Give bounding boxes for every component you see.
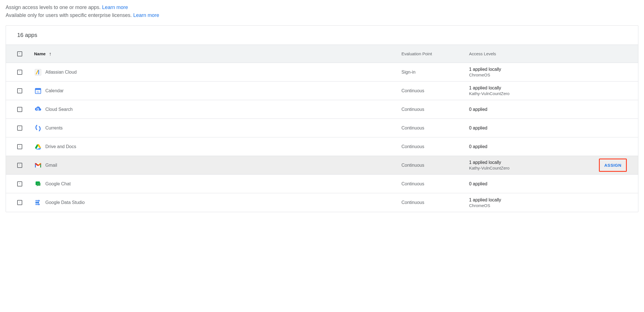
column-header-name[interactable]: Name ↑ [34,51,401,56]
evaluation-point: Continuous [401,181,469,186]
access-primary: 1 applied locally [469,85,593,91]
app-name: Gmail [45,163,57,168]
access-levels: 0 applied [469,107,593,112]
table-row[interactable]: Gmail Continuous 1 applied locally Kathy… [6,156,638,175]
row-checkbox[interactable] [17,70,22,75]
app-name: Atlassian Cloud [45,70,77,75]
svg-point-22 [35,204,37,205]
access-levels: 0 applied [469,126,593,131]
access-primary: 0 applied [469,181,593,186]
access-primary: 0 applied [469,144,593,149]
access-levels: 1 applied locally ChromeOS [469,197,593,208]
app-name: Drive and Docs [45,144,76,149]
card-title: 16 apps [6,26,638,45]
access-secondary: ChromeOS [469,203,593,208]
access-levels: 1 applied locally Kathy-VulnCountZero [469,85,593,96]
select-all-checkbox[interactable] [17,51,22,56]
app-name: Calendar [45,88,64,93]
app-name: Currents [45,126,63,131]
access-secondary: Kathy-VulnCountZero [469,91,593,96]
gmail-icon [34,161,42,169]
table-row[interactable]: Currents Continuous 0 applied [6,119,638,137]
access-levels: 1 applied locally Kathy-VulnCountZero [469,160,593,170]
atlassian-icon [34,68,42,76]
access-primary: 1 applied locally [469,67,593,72]
row-checkbox[interactable] [17,200,22,205]
assign-highlight: ASSIGN [599,159,627,172]
access-levels: 0 applied [469,144,593,149]
drive-icon [34,143,42,151]
table-row[interactable]: 31 Calendar Continuous 1 applied locally… [6,82,638,100]
column-header-evaluation[interactable]: Evaluation Point [401,51,469,56]
page: Assign access levels to one or more apps… [0,0,644,218]
datastudio-icon [34,199,42,206]
evaluation-point: Continuous [401,163,469,168]
learn-more-link-2[interactable]: Learn more [133,12,159,18]
intro-text: Assign access levels to one or more apps… [6,3,638,19]
app-name: Google Data Studio [45,200,85,205]
chat-icon [34,180,42,188]
svg-point-20 [35,202,37,203]
svg-point-18 [35,200,37,201]
assign-button[interactable]: ASSIGN [600,161,625,170]
currents-icon [34,124,42,132]
app-name: Cloud Search [45,107,73,112]
access-primary: 1 applied locally [469,160,593,165]
svg-marker-8 [36,148,41,149]
table-row[interactable]: Drive and Docs Continuous 0 applied [6,137,638,156]
row-checkbox[interactable] [17,126,22,131]
intro-line1: Assign access levels to one or more apps… [6,5,102,10]
row-checkbox[interactable] [17,144,22,149]
evaluation-point: Sign-in [401,70,469,75]
evaluation-point: Continuous [401,200,469,205]
evaluation-point: Continuous [401,88,469,93]
calendar-icon: 31 [34,87,42,95]
learn-more-link-1[interactable]: Learn more [102,5,128,10]
table-body: Atlassian Cloud Sign-in 1 applied locall… [6,63,638,212]
svg-rect-23 [37,204,40,205]
table-row[interactable]: Cloud Search Continuous 0 applied [6,100,638,119]
access-primary: 0 applied [469,126,593,131]
apps-card: 16 apps Name ↑ Evaluation Point Access L… [6,25,638,212]
svg-rect-2 [35,88,41,90]
row-checkbox[interactable] [17,88,22,93]
svg-rect-19 [37,200,40,201]
evaluation-point: Continuous [401,107,469,112]
access-primary: 1 applied locally [469,197,593,203]
svg-text:31: 31 [37,90,40,93]
column-header-access[interactable]: Access Levels [469,51,593,56]
access-secondary: Kathy-VulnCountZero [469,166,593,170]
table-header: Name ↑ Evaluation Point Access Levels [6,45,638,63]
evaluation-point: Continuous [401,144,469,149]
row-checkbox[interactable] [17,181,22,186]
row-checkbox[interactable] [17,163,22,168]
table-row[interactable]: Atlassian Cloud Sign-in 1 applied locall… [6,63,638,82]
svg-rect-17 [37,183,41,186]
access-levels: 1 applied locally ChromeOS [469,67,593,77]
cloudsearch-icon [34,106,42,113]
evaluation-point: Continuous [401,126,469,131]
intro-line2: Available only for users with specific e… [6,12,133,18]
app-name: Google Chat [45,181,71,186]
access-secondary: ChromeOS [469,72,593,77]
row-checkbox[interactable] [17,107,22,112]
sort-ascending-icon: ↑ [49,51,52,56]
table-row[interactable]: Google Data Studio Continuous 1 applied … [6,193,638,212]
table-row[interactable]: Google Chat Continuous 0 applied [6,175,638,193]
svg-rect-21 [37,202,39,203]
access-levels: 0 applied [469,181,593,186]
access-primary: 0 applied [469,107,593,112]
